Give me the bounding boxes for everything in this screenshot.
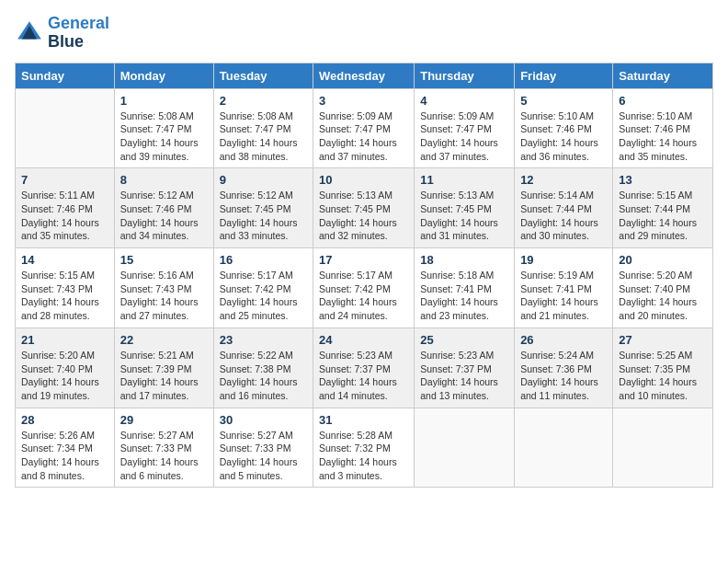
logo: General Blue <box>15 15 109 52</box>
calendar-cell: 26Sunrise: 5:24 AM Sunset: 7:36 PM Dayli… <box>515 327 613 408</box>
week-row-2: 7Sunrise: 5:11 AM Sunset: 7:46 PM Daylig… <box>16 168 713 248</box>
calendar-cell: 9Sunrise: 5:12 AM Sunset: 7:45 PM Daylig… <box>213 168 313 248</box>
calendar-cell: 2Sunrise: 5:08 AM Sunset: 7:47 PM Daylig… <box>213 88 313 168</box>
calendar-cell: 5Sunrise: 5:10 AM Sunset: 7:46 PM Daylig… <box>515 88 613 168</box>
day-info: Sunrise: 5:20 AM Sunset: 7:40 PM Dayligh… <box>619 269 707 323</box>
day-number: 3 <box>319 94 408 108</box>
day-number: 11 <box>420 173 508 187</box>
calendar-cell: 21Sunrise: 5:20 AM Sunset: 7:40 PM Dayli… <box>16 327 115 408</box>
calendar-cell: 11Sunrise: 5:13 AM Sunset: 7:45 PM Dayli… <box>415 168 515 248</box>
day-number: 9 <box>220 173 307 187</box>
week-row-3: 14Sunrise: 5:15 AM Sunset: 7:43 PM Dayli… <box>16 248 713 328</box>
day-number: 1 <box>120 94 208 108</box>
day-number: 2 <box>220 94 307 108</box>
day-number: 7 <box>21 173 108 187</box>
calendar-cell: 8Sunrise: 5:12 AM Sunset: 7:46 PM Daylig… <box>114 168 213 248</box>
calendar-cell: 20Sunrise: 5:20 AM Sunset: 7:40 PM Dayli… <box>613 248 713 328</box>
day-info: Sunrise: 5:08 AM Sunset: 7:47 PM Dayligh… <box>120 109 208 164</box>
day-info: Sunrise: 5:25 AM Sunset: 7:35 PM Dayligh… <box>619 349 707 403</box>
day-info: Sunrise: 5:18 AM Sunset: 7:41 PM Dayligh… <box>420 269 508 323</box>
day-number: 12 <box>520 173 607 187</box>
day-info: Sunrise: 5:23 AM Sunset: 7:37 PM Dayligh… <box>319 349 408 403</box>
calendar-cell: 24Sunrise: 5:23 AM Sunset: 7:37 PM Dayli… <box>313 327 415 408</box>
day-header-tuesday: Tuesday <box>213 63 313 88</box>
day-info: Sunrise: 5:09 AM Sunset: 7:47 PM Dayligh… <box>420 109 508 164</box>
day-info: Sunrise: 5:20 AM Sunset: 7:40 PM Dayligh… <box>21 349 108 403</box>
day-info: Sunrise: 5:27 AM Sunset: 7:33 PM Dayligh… <box>220 429 307 483</box>
day-number: 22 <box>120 333 208 347</box>
calendar-cell: 12Sunrise: 5:14 AM Sunset: 7:44 PM Dayli… <box>515 168 613 248</box>
day-info: Sunrise: 5:10 AM Sunset: 7:46 PM Dayligh… <box>520 109 607 164</box>
day-info: Sunrise: 5:26 AM Sunset: 7:34 PM Dayligh… <box>21 429 108 483</box>
calendar-cell: 30Sunrise: 5:27 AM Sunset: 7:33 PM Dayli… <box>213 408 313 488</box>
calendar-header-row: SundayMondayTuesdayWednesdayThursdayFrid… <box>16 63 713 88</box>
day-number: 6 <box>619 94 707 108</box>
day-number: 30 <box>220 413 307 427</box>
day-info: Sunrise: 5:21 AM Sunset: 7:39 PM Dayligh… <box>120 349 208 403</box>
day-info: Sunrise: 5:19 AM Sunset: 7:41 PM Dayligh… <box>520 269 607 323</box>
day-number: 23 <box>220 333 307 347</box>
day-number: 10 <box>319 173 408 187</box>
day-number: 5 <box>520 94 607 108</box>
week-row-5: 28Sunrise: 5:26 AM Sunset: 7:34 PM Dayli… <box>16 408 713 488</box>
day-info: Sunrise: 5:28 AM Sunset: 7:32 PM Dayligh… <box>319 429 408 483</box>
day-number: 21 <box>21 333 108 347</box>
day-number: 8 <box>120 173 208 187</box>
week-row-4: 21Sunrise: 5:20 AM Sunset: 7:40 PM Dayli… <box>16 327 713 408</box>
day-info: Sunrise: 5:23 AM Sunset: 7:37 PM Dayligh… <box>420 349 508 403</box>
calendar-cell: 23Sunrise: 5:22 AM Sunset: 7:38 PM Dayli… <box>213 327 313 408</box>
calendar-cell <box>415 408 515 488</box>
calendar-cell: 16Sunrise: 5:17 AM Sunset: 7:42 PM Dayli… <box>213 248 313 328</box>
calendar-cell: 28Sunrise: 5:26 AM Sunset: 7:34 PM Dayli… <box>16 408 115 488</box>
day-info: Sunrise: 5:17 AM Sunset: 7:42 PM Dayligh… <box>220 269 307 323</box>
calendar-cell: 10Sunrise: 5:13 AM Sunset: 7:45 PM Dayli… <box>313 168 415 248</box>
day-info: Sunrise: 5:16 AM Sunset: 7:43 PM Dayligh… <box>120 269 208 323</box>
day-number: 26 <box>520 333 607 347</box>
calendar-cell: 3Sunrise: 5:09 AM Sunset: 7:47 PM Daylig… <box>313 88 415 168</box>
day-number: 14 <box>21 253 108 267</box>
calendar-cell <box>515 408 613 488</box>
logo-text: General Blue <box>48 15 109 52</box>
day-info: Sunrise: 5:12 AM Sunset: 7:45 PM Dayligh… <box>220 189 307 243</box>
day-number: 29 <box>120 413 208 427</box>
day-number: 27 <box>619 333 707 347</box>
day-number: 24 <box>319 333 408 347</box>
day-number: 15 <box>120 253 208 267</box>
calendar-cell: 1Sunrise: 5:08 AM Sunset: 7:47 PM Daylig… <box>114 88 213 168</box>
calendar-table: SundayMondayTuesdayWednesdayThursdayFrid… <box>15 63 713 488</box>
day-info: Sunrise: 5:22 AM Sunset: 7:38 PM Dayligh… <box>220 349 307 403</box>
day-header-saturday: Saturday <box>613 63 713 88</box>
day-info: Sunrise: 5:10 AM Sunset: 7:46 PM Dayligh… <box>619 109 707 164</box>
day-header-thursday: Thursday <box>415 63 515 88</box>
calendar-cell: 29Sunrise: 5:27 AM Sunset: 7:33 PM Dayli… <box>114 408 213 488</box>
day-info: Sunrise: 5:12 AM Sunset: 7:46 PM Dayligh… <box>120 189 208 243</box>
week-row-1: 1Sunrise: 5:08 AM Sunset: 7:47 PM Daylig… <box>16 88 713 168</box>
logo-icon <box>15 18 44 48</box>
day-info: Sunrise: 5:11 AM Sunset: 7:46 PM Dayligh… <box>21 189 108 243</box>
calendar-cell: 7Sunrise: 5:11 AM Sunset: 7:46 PM Daylig… <box>16 168 115 248</box>
day-number: 31 <box>319 413 408 427</box>
calendar-cell: 15Sunrise: 5:16 AM Sunset: 7:43 PM Dayli… <box>114 248 213 328</box>
calendar-cell: 6Sunrise: 5:10 AM Sunset: 7:46 PM Daylig… <box>613 88 713 168</box>
day-info: Sunrise: 5:09 AM Sunset: 7:47 PM Dayligh… <box>319 109 408 164</box>
calendar-cell: 25Sunrise: 5:23 AM Sunset: 7:37 PM Dayli… <box>415 327 515 408</box>
day-info: Sunrise: 5:24 AM Sunset: 7:36 PM Dayligh… <box>520 349 607 403</box>
day-number: 20 <box>619 253 707 267</box>
calendar-cell: 31Sunrise: 5:28 AM Sunset: 7:32 PM Dayli… <box>313 408 415 488</box>
calendar-cell: 13Sunrise: 5:15 AM Sunset: 7:44 PM Dayli… <box>613 168 713 248</box>
calendar-cell: 18Sunrise: 5:18 AM Sunset: 7:41 PM Dayli… <box>415 248 515 328</box>
day-number: 25 <box>420 333 508 347</box>
day-info: Sunrise: 5:14 AM Sunset: 7:44 PM Dayligh… <box>520 189 607 243</box>
calendar-cell <box>613 408 713 488</box>
calendar-body: 1Sunrise: 5:08 AM Sunset: 7:47 PM Daylig… <box>16 88 713 488</box>
day-header-monday: Monday <box>114 63 213 88</box>
calendar-cell: 27Sunrise: 5:25 AM Sunset: 7:35 PM Dayli… <box>613 327 713 408</box>
day-number: 17 <box>319 253 408 267</box>
day-number: 19 <box>520 253 607 267</box>
day-header-sunday: Sunday <box>16 63 115 88</box>
day-info: Sunrise: 5:08 AM Sunset: 7:47 PM Dayligh… <box>220 109 307 164</box>
day-number: 13 <box>619 173 707 187</box>
day-info: Sunrise: 5:13 AM Sunset: 7:45 PM Dayligh… <box>420 189 508 243</box>
calendar-cell: 4Sunrise: 5:09 AM Sunset: 7:47 PM Daylig… <box>415 88 515 168</box>
day-info: Sunrise: 5:15 AM Sunset: 7:43 PM Dayligh… <box>21 269 108 323</box>
